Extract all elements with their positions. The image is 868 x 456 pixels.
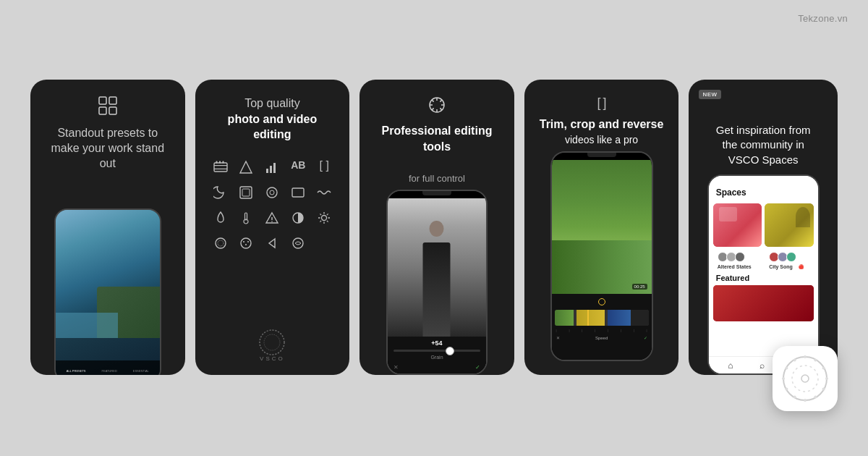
tool-drop	[213, 211, 229, 227]
svg-rect-6	[214, 169, 227, 169]
svg-point-24	[272, 221, 273, 222]
svg-rect-13	[273, 163, 276, 173]
svg-rect-7	[216, 161, 217, 163]
phone-screen-presets: ALL PRESETS FEATURED ESSENTIAL	[56, 210, 160, 375]
card4-icon: [ ]	[597, 96, 606, 111]
phone-mockup-presets: ALL PRESETS FEATURED ESSENTIAL	[54, 208, 161, 375]
timeline-segment1	[555, 310, 574, 326]
space2-avatars	[765, 250, 814, 264]
vsco-label: VSCO	[260, 355, 285, 362]
svg-rect-9	[222, 161, 224, 163]
space-card-2	[765, 203, 814, 247]
svg-line-51	[440, 108, 442, 110]
card3-subtitle: for full control	[396, 157, 478, 184]
card1-title-bold: Standout presets	[57, 127, 145, 139]
svg-rect-12	[270, 166, 272, 173]
card2-title-bold: photo and video editing	[228, 113, 318, 141]
svg-point-17	[267, 187, 277, 198]
svg-point-36	[218, 240, 224, 246]
nav-search[interactable]: ⌕	[760, 360, 765, 371]
tools-grid: AB [ ]	[208, 160, 337, 253]
svg-point-26	[322, 215, 327, 220]
card3-title-bold: Professional editing tools	[382, 124, 493, 153]
bw-photo	[388, 198, 486, 337]
spaces-header: Spaces	[709, 182, 818, 200]
grain-value: +54	[431, 339, 442, 347]
space2-name-row: City Song 🔴	[765, 264, 814, 269]
tab-featured: FEATURED	[102, 369, 117, 373]
svg-point-42	[293, 238, 303, 248]
svg-line-33	[327, 214, 328, 215]
tool-play-back	[264, 236, 280, 253]
card-spaces: NEW Get inspiration from the community i…	[689, 80, 838, 375]
svg-rect-1	[109, 97, 116, 104]
card2-title-light: Top quality	[244, 97, 300, 109]
svg-line-34	[320, 221, 322, 222]
tool-exposure	[239, 160, 255, 177]
tool-wave	[316, 185, 332, 202]
phone-notch	[422, 191, 451, 195]
svg-rect-19	[292, 188, 304, 197]
grain-slider[interactable]	[393, 350, 480, 352]
card-editing: Top quality photo and video editing AB […	[195, 80, 350, 375]
space2-name: City Song	[765, 264, 797, 269]
phone-screen-professional: +54 Grain ✕ ✓	[388, 191, 486, 373]
card-video: [ ] Trim, crop and reverse videos like a…	[524, 80, 679, 375]
svg-line-31	[320, 214, 322, 215]
nav-home[interactable]: ⌂	[728, 360, 733, 371]
svg-marker-10	[240, 161, 252, 173]
card-presets: Standout presets to make your work stand…	[30, 80, 185, 375]
watermark-text: Tekzone.vn	[798, 13, 848, 24]
phone-mockup-video: 00:25 |	[550, 151, 653, 361]
timeline-strip	[555, 310, 649, 326]
tool-warn	[264, 211, 280, 227]
card2-title: Top quality photo and video editing	[208, 96, 337, 143]
space1-info: Altered States	[713, 250, 762, 269]
featured-header: Featured	[709, 269, 818, 285]
svg-rect-4	[214, 163, 227, 172]
svg-marker-41	[269, 239, 275, 248]
svg-point-40	[247, 241, 249, 242]
svg-point-60	[814, 396, 817, 399]
phone-mockup-spaces: Spaces	[707, 174, 820, 375]
svg-rect-16	[242, 189, 250, 196]
space1-name: Altered States	[713, 264, 762, 269]
tool-crop-bracket: [ ]	[316, 160, 332, 177]
tool-rect	[290, 185, 306, 202]
svg-point-65	[785, 367, 788, 370]
svg-point-59	[822, 387, 825, 390]
timeline-ticks: | | | | | | | |	[555, 329, 649, 332]
tool-moon	[213, 185, 229, 202]
svg-point-37	[241, 238, 251, 248]
tool-square	[239, 185, 255, 202]
tab-essential: ESSENTIAL	[133, 369, 149, 373]
svg-rect-11	[266, 169, 268, 173]
svg-point-63	[785, 387, 788, 390]
cards-container: Standout presets to make your work stand…	[30, 80, 838, 375]
svg-point-55	[804, 355, 807, 358]
tool-text: AB	[290, 160, 306, 177]
space2-info: City Song 🔴	[765, 250, 814, 269]
svg-point-64	[782, 377, 785, 380]
card4-title: Trim, crop and reverse	[540, 117, 664, 132]
card1-title: Standout presets to make your work stand…	[43, 126, 172, 171]
svg-rect-15	[240, 187, 252, 198]
tool-vignette	[213, 236, 229, 253]
svg-point-67	[792, 366, 818, 392]
vsco-icon-svg	[779, 352, 831, 405]
featured-image	[713, 285, 814, 321]
card3-icon	[427, 96, 446, 117]
card-professional: Professional editing tools for full cont…	[359, 80, 514, 375]
svg-point-57	[822, 367, 825, 370]
speed-label: Speed	[595, 336, 608, 340]
phone-tab-bar: ALL PRESETS FEATURED ESSENTIAL	[56, 360, 160, 375]
speed-controls: ✕ Speed ✓	[555, 335, 649, 340]
grain-label: Grain	[430, 355, 443, 360]
svg-line-52	[440, 100, 442, 102]
svg-point-68	[801, 375, 809, 382]
card4-subtitle: videos like a pro	[565, 134, 638, 145]
vsco-logo: VSCO	[258, 328, 286, 362]
svg-point-43	[260, 330, 284, 355]
svg-point-44	[264, 334, 280, 350]
svg-line-53	[432, 108, 434, 110]
